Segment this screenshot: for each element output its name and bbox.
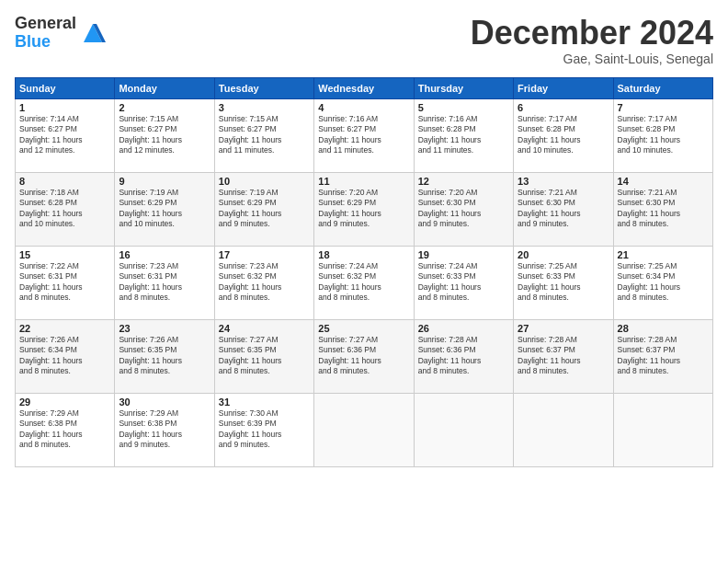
table-row: 5Sunrise: 7:16 AMSunset: 6:28 PMDaylight…	[414, 98, 513, 172]
day-info: Sunrise: 7:28 AMSunset: 6:36 PMDaylight:…	[418, 335, 509, 377]
table-row: 24Sunrise: 7:27 AMSunset: 6:35 PMDayligh…	[214, 319, 313, 393]
page-header: General Blue December 2024 Gae, Saint-Lo…	[15, 15, 713, 66]
header-wednesday: Wednesday	[314, 77, 414, 98]
day-number: 31	[219, 396, 310, 408]
day-info: Sunrise: 7:28 AMSunset: 6:37 PMDaylight:…	[618, 335, 709, 377]
logo-blue: Blue	[15, 33, 76, 52]
day-number: 17	[219, 249, 310, 260]
day-info: Sunrise: 7:17 AMSunset: 6:28 PMDaylight:…	[518, 114, 609, 156]
day-number: 1	[19, 102, 110, 113]
table-row: 22Sunrise: 7:26 AMSunset: 6:34 PMDayligh…	[16, 319, 115, 393]
calendar-week-row: 29Sunrise: 7:29 AMSunset: 6:38 PMDayligh…	[16, 393, 713, 466]
table-row: 15Sunrise: 7:22 AMSunset: 6:31 PMDayligh…	[16, 246, 115, 319]
table-row: 17Sunrise: 7:23 AMSunset: 6:32 PMDayligh…	[214, 246, 313, 319]
table-row: 29Sunrise: 7:29 AMSunset: 6:38 PMDayligh…	[16, 393, 115, 466]
day-number: 9	[119, 176, 210, 187]
header-friday: Friday	[514, 77, 613, 98]
table-row: 2Sunrise: 7:15 AMSunset: 6:27 PMDaylight…	[115, 98, 214, 172]
table-row: 16Sunrise: 7:23 AMSunset: 6:31 PMDayligh…	[115, 246, 214, 319]
table-row: 28Sunrise: 7:28 AMSunset: 6:37 PMDayligh…	[613, 319, 712, 393]
table-row: 1Sunrise: 7:14 AMSunset: 6:27 PMDaylight…	[16, 98, 115, 172]
logo-icon	[80, 20, 106, 46]
day-number: 8	[19, 176, 110, 187]
day-info: Sunrise: 7:15 AMSunset: 6:27 PMDaylight:…	[119, 114, 210, 156]
calendar-week-row: 22Sunrise: 7:26 AMSunset: 6:34 PMDayligh…	[16, 319, 713, 393]
location: Gae, Saint-Louis, Senegal	[471, 52, 713, 66]
day-info: Sunrise: 7:16 AMSunset: 6:28 PMDaylight:…	[418, 114, 509, 156]
day-info: Sunrise: 7:25 AMSunset: 6:33 PMDaylight:…	[518, 261, 609, 304]
table-row: 25Sunrise: 7:27 AMSunset: 6:36 PMDayligh…	[314, 319, 414, 393]
day-info: Sunrise: 7:27 AMSunset: 6:36 PMDaylight:…	[318, 335, 409, 377]
day-number: 21	[618, 249, 709, 260]
day-number: 3	[219, 102, 310, 113]
calendar-week-row: 8Sunrise: 7:18 AMSunset: 6:28 PMDaylight…	[16, 172, 713, 246]
day-number: 25	[318, 323, 409, 334]
header-tuesday: Tuesday	[214, 77, 313, 98]
day-info: Sunrise: 7:29 AMSunset: 6:38 PMDaylight:…	[119, 408, 210, 451]
calendar-header-row: Sunday Monday Tuesday Wednesday Thursday…	[16, 77, 713, 98]
day-info: Sunrise: 7:19 AMSunset: 6:29 PMDaylight:…	[219, 188, 310, 230]
day-number: 30	[119, 396, 210, 408]
day-number: 15	[19, 249, 110, 260]
day-number: 26	[418, 323, 509, 334]
table-row: 9Sunrise: 7:19 AMSunset: 6:29 PMDaylight…	[115, 172, 214, 246]
table-row: 19Sunrise: 7:24 AMSunset: 6:33 PMDayligh…	[414, 246, 513, 319]
day-info: Sunrise: 7:27 AMSunset: 6:35 PMDaylight:…	[219, 335, 310, 377]
day-info: Sunrise: 7:14 AMSunset: 6:27 PMDaylight:…	[19, 114, 110, 156]
table-row	[314, 393, 414, 466]
day-info: Sunrise: 7:24 AMSunset: 6:33 PMDaylight:…	[418, 261, 509, 304]
day-info: Sunrise: 7:25 AMSunset: 6:34 PMDaylight:…	[618, 261, 709, 304]
day-number: 24	[219, 323, 310, 334]
day-number: 20	[518, 249, 609, 260]
table-row: 6Sunrise: 7:17 AMSunset: 6:28 PMDaylight…	[514, 98, 613, 172]
day-info: Sunrise: 7:26 AMSunset: 6:34 PMDaylight:…	[19, 335, 110, 377]
table-row: 21Sunrise: 7:25 AMSunset: 6:34 PMDayligh…	[613, 246, 712, 319]
day-info: Sunrise: 7:23 AMSunset: 6:31 PMDaylight:…	[119, 261, 210, 304]
day-info: Sunrise: 7:22 AMSunset: 6:31 PMDaylight:…	[19, 261, 110, 304]
day-info: Sunrise: 7:30 AMSunset: 6:39 PMDaylight:…	[219, 408, 310, 451]
table-row: 7Sunrise: 7:17 AMSunset: 6:28 PMDaylight…	[613, 98, 712, 172]
day-info: Sunrise: 7:20 AMSunset: 6:30 PMDaylight:…	[418, 188, 509, 230]
title-block: December 2024 Gae, Saint-Louis, Senegal	[471, 15, 713, 66]
day-info: Sunrise: 7:19 AMSunset: 6:29 PMDaylight:…	[119, 188, 210, 230]
table-row: 10Sunrise: 7:19 AMSunset: 6:29 PMDayligh…	[214, 172, 313, 246]
day-info: Sunrise: 7:21 AMSunset: 6:30 PMDaylight:…	[518, 188, 609, 230]
day-info: Sunrise: 7:20 AMSunset: 6:29 PMDaylight:…	[318, 188, 409, 230]
main-container: General Blue December 2024 Gae, Saint-Lo…	[0, 0, 728, 475]
day-number: 16	[119, 249, 210, 260]
table-row: 31Sunrise: 7:30 AMSunset: 6:39 PMDayligh…	[214, 393, 313, 466]
day-number: 29	[19, 396, 110, 408]
header-saturday: Saturday	[613, 77, 712, 98]
table-row: 26Sunrise: 7:28 AMSunset: 6:36 PMDayligh…	[414, 319, 513, 393]
day-number: 13	[518, 176, 609, 187]
day-info: Sunrise: 7:18 AMSunset: 6:28 PMDaylight:…	[19, 188, 110, 230]
day-info: Sunrise: 7:29 AMSunset: 6:38 PMDaylight:…	[19, 408, 110, 451]
day-number: 14	[618, 176, 709, 187]
table-row: 20Sunrise: 7:25 AMSunset: 6:33 PMDayligh…	[514, 246, 613, 319]
day-number: 12	[418, 176, 509, 187]
table-row: 27Sunrise: 7:28 AMSunset: 6:37 PMDayligh…	[514, 319, 613, 393]
table-row: 3Sunrise: 7:15 AMSunset: 6:27 PMDaylight…	[214, 98, 313, 172]
table-row: 4Sunrise: 7:16 AMSunset: 6:27 PMDaylight…	[314, 98, 414, 172]
day-number: 2	[119, 102, 210, 113]
logo: General Blue	[15, 15, 106, 52]
day-number: 27	[518, 323, 609, 334]
day-info: Sunrise: 7:16 AMSunset: 6:27 PMDaylight:…	[318, 114, 409, 156]
header-thursday: Thursday	[414, 77, 513, 98]
day-info: Sunrise: 7:24 AMSunset: 6:32 PMDaylight:…	[318, 261, 409, 304]
table-row: 30Sunrise: 7:29 AMSunset: 6:38 PMDayligh…	[115, 393, 214, 466]
day-info: Sunrise: 7:26 AMSunset: 6:35 PMDaylight:…	[119, 335, 210, 377]
header-sunday: Sunday	[16, 77, 115, 98]
day-number: 10	[219, 176, 310, 187]
month-title: December 2024	[471, 15, 713, 52]
day-number: 6	[518, 102, 609, 113]
table-row	[414, 393, 513, 466]
table-row: 14Sunrise: 7:21 AMSunset: 6:30 PMDayligh…	[613, 172, 712, 246]
day-number: 28	[618, 323, 709, 334]
day-number: 11	[318, 176, 409, 187]
calendar-week-row: 15Sunrise: 7:22 AMSunset: 6:31 PMDayligh…	[16, 246, 713, 319]
day-number: 7	[618, 102, 709, 113]
table-row	[613, 393, 712, 466]
table-row: 23Sunrise: 7:26 AMSunset: 6:35 PMDayligh…	[115, 319, 214, 393]
day-number: 4	[318, 102, 409, 113]
